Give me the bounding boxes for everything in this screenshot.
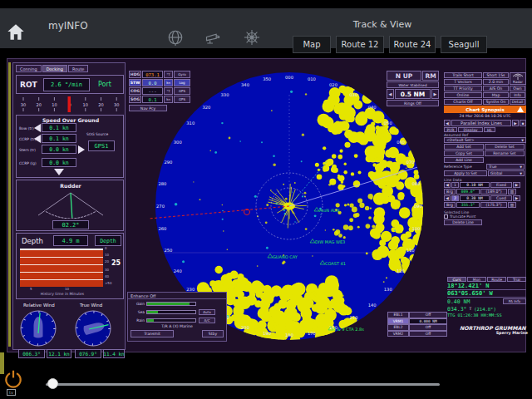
sea-slider[interactable]: [146, 310, 196, 314]
line-prev-icon[interactable]: ◀: [444, 182, 451, 188]
line-next-icon[interactable]: ▶: [513, 195, 520, 201]
screen: myINFO Track & View Map Route 12 Route 2…: [0, 0, 532, 399]
standby-button[interactable]: Stby: [202, 330, 224, 337]
info-button[interactable]: Info: [510, 92, 525, 98]
orientation-mode-button[interactable]: N UP: [387, 71, 421, 81]
cog-source[interactable]: GPS: [174, 87, 190, 95]
sog-value: 0.1: [142, 96, 163, 103]
synthetics-button[interactable]: Synths On: [483, 99, 509, 105]
ref-type-dropdown[interactable]: True▼: [486, 164, 525, 170]
ebl1-row[interactable]: EBL1Off: [387, 312, 447, 318]
pa-info-button[interactable]: PA Info: [503, 298, 526, 304]
range-increase-button[interactable]: ▶: [431, 89, 439, 99]
enhance-button[interactable]: Enhance Off: [128, 293, 226, 299]
sog-source-value[interactable]: GPS1: [88, 140, 115, 151]
chart-alert-bar[interactable]: Chart Synopsis: [444, 106, 526, 113]
brg-copy-icon[interactable]: ▥: [508, 202, 516, 208]
home-button[interactable]: [5, 21, 27, 44]
detail-button[interactable]: Detail: [510, 99, 525, 105]
cursor-tab-trial[interactable]: Trial: [507, 277, 526, 282]
tab-conning[interactable]: Conning: [16, 65, 42, 72]
media-slider-track[interactable]: [46, 383, 440, 386]
apply-to-set-button[interactable]: Apply to Set: [444, 170, 487, 176]
pi-hl-button[interactable]: HL: [484, 127, 495, 132]
stabilisation-button[interactable]: Water Stabilised: [387, 81, 439, 88]
pi-next-icon[interactable]: ▶: [512, 120, 519, 126]
charts-button[interactable]: Charts Off: [444, 99, 482, 105]
ownship-row: HDG 073.1 °T Gyro: [129, 71, 194, 78]
tab-route-12[interactable]: Route 12: [336, 36, 384, 53]
cog-value: ---: [142, 87, 163, 95]
add-set-button[interactable]: Add Set: [444, 144, 484, 150]
line-mode-dropdown[interactable]: Fixed: [490, 182, 512, 188]
media-slider-knob[interactable]: [47, 378, 58, 389]
sog-unit: kn: [164, 96, 173, 103]
tt-priority-button[interactable]: TT Priority: [444, 86, 482, 91]
delete-set-button[interactable]: Delete Set: [485, 144, 525, 150]
orientation-block: N UP RM Water Stabilised ◀ 0.5 NM ▶ Ring…: [387, 71, 440, 106]
tv-icon[interactable]: tv: [7, 389, 16, 396]
pi-r-button[interactable]: PI/R: [444, 127, 457, 132]
online-button[interactable]: Online: [444, 92, 482, 98]
pi-prev-icon[interactable]: ◀: [444, 120, 451, 126]
rings-button[interactable]: Rings Off: [387, 100, 439, 106]
line-mode-dropdown[interactable]: Cued: [490, 195, 512, 201]
vrm1-row-selected[interactable]: VRM10.000 NM: [387, 318, 447, 325]
pi-set-dropdown[interactable]: <Default Set> ▼: [444, 137, 526, 143]
ebl2-label: EBL2: [387, 324, 409, 331]
rename-set-button[interactable]: Rename Set: [485, 150, 525, 156]
pi-pin-icon[interactable]: ▪: [520, 120, 526, 126]
depth-mode-button[interactable]: Depth: [95, 235, 121, 246]
truncate-checkbox[interactable]: [444, 214, 448, 219]
trails-time-button[interactable]: Short 15s: [483, 72, 509, 78]
vectors-button[interactable]: T Vectors: [444, 79, 482, 85]
range-decrease-button[interactable]: ◀: [387, 89, 394, 99]
tab-route[interactable]: Route: [68, 65, 89, 72]
sea-auto-button[interactable]: Auto: [199, 309, 215, 315]
power-button[interactable]: [3, 368, 23, 388]
pi-panel-title: Parallel Index Lines: [451, 120, 511, 126]
own-button[interactable]: Own: [510, 86, 525, 91]
truncate-label: Truncate Point: [450, 214, 475, 219]
cursor-tab-mon[interactable]: Mon: [467, 277, 486, 282]
vectors-time-button[interactable]: 2.0 min: [483, 79, 509, 85]
line-prev-icon[interactable]: ◀: [444, 195, 451, 201]
svg-text:110: 110: [406, 248, 415, 253]
line-next-icon[interactable]: ▶: [513, 182, 520, 188]
svg-text:COAST 41: COAST 41: [325, 261, 346, 266]
motion-mode-button[interactable]: RM: [422, 71, 439, 81]
sog-source[interactable]: GPS: [174, 96, 190, 103]
cursor-tab-route[interactable]: Route: [487, 277, 506, 282]
true-wind-direction: 076.9°: [75, 349, 101, 358]
tab-route-24[interactable]: Route 24: [389, 36, 436, 53]
apply-scope-dropdown[interactable]: Global▼: [488, 170, 525, 176]
pi-display-button[interactable]: Display: [458, 127, 483, 132]
ais-button[interactable]: AIS On: [483, 86, 509, 91]
tab-seagull[interactable]: Seagull: [441, 36, 487, 53]
brg-copy-icon[interactable]: ▥: [508, 189, 516, 195]
tab-docking[interactable]: Docking: [42, 65, 67, 72]
hdg-source[interactable]: Gyro: [174, 71, 190, 78]
transmit-button[interactable]: Transmit: [131, 330, 174, 337]
svg-text:010: 010: [308, 76, 316, 81]
nav-pcy-button[interactable]: Nav Pcy: [129, 105, 167, 111]
rain-ac-button[interactable]: A/C: [199, 318, 215, 323]
helm-icon[interactable]: [244, 29, 260, 46]
rain-slider[interactable]: [146, 318, 196, 323]
cursor-tab-curs[interactable]: Curs: [447, 277, 466, 282]
trails-button[interactable]: Trails Short: [444, 72, 482, 78]
ebl2-row[interactable]: EBL2Off: [387, 324, 447, 331]
truncate-point-row[interactable]: Truncate Point: [444, 214, 526, 219]
gain-slider[interactable]: [146, 302, 196, 306]
delete-line-button[interactable]: Delete Line: [444, 219, 482, 225]
tab-map[interactable]: Map: [293, 36, 331, 53]
globe-icon[interactable]: [167, 29, 184, 46]
radar-transceiver-button[interactable]: Radar: [510, 72, 526, 85]
copy-set-button[interactable]: Copy Set: [444, 150, 484, 156]
vrm2-row[interactable]: VRM2Off: [387, 331, 447, 337]
map-button[interactable]: Map: [483, 92, 509, 98]
camera-icon[interactable]: [204, 31, 221, 47]
sog-ccrp-value: 0.1 kn: [42, 134, 76, 143]
add-line-button[interactable]: Add Line: [444, 157, 484, 163]
stw-source[interactable]: Log: [174, 79, 190, 86]
